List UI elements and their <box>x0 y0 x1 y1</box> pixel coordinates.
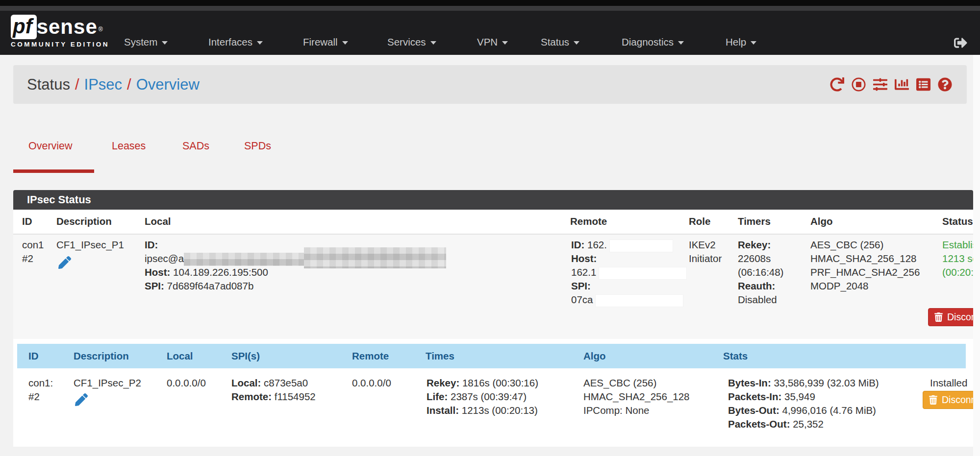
nav-firewall-label: Firewall <box>303 36 338 48</box>
child-header-remote: Remote <box>352 344 389 368</box>
trash-icon <box>934 312 943 322</box>
caret-down-icon <box>574 41 579 45</box>
redacted-box <box>599 267 686 279</box>
child-cell-spis: Local: c873e5a0 Remote: f1154952 <box>231 376 316 404</box>
help-icon[interactable] <box>938 77 952 92</box>
trash-icon <box>929 395 937 405</box>
nav-interfaces[interactable]: Interfaces <box>208 35 263 49</box>
window-top-bar <box>0 0 980 6</box>
child-header-stats: Stats <box>723 344 748 368</box>
caret-down-icon <box>342 41 348 45</box>
caret-down-icon <box>430 41 436 45</box>
breadcrumb-link-overview[interactable]: Overview <box>136 76 200 93</box>
child-header-spis: SPI(s) <box>231 344 260 368</box>
sign-out-icon[interactable] <box>954 36 967 49</box>
nav-system[interactable]: System <box>124 35 168 49</box>
ike-cell-timers: Rekey: 22608s (06:16:48) Reauth: Disable… <box>738 238 783 307</box>
breadcrumb-separator: / <box>122 76 136 93</box>
child-cell-id: con1: #2 <box>28 376 53 404</box>
ike-cell-id: con1 #2 <box>22 238 44 265</box>
ike-cell-status: Established 1213 seconds (00:20:13) <box>942 238 973 279</box>
caret-down-icon <box>257 41 263 45</box>
ike-cell-description: CF1_IPsec_P1 <box>56 238 124 252</box>
active-tab-indicator <box>13 169 94 173</box>
list-icon[interactable] <box>916 77 930 92</box>
breadcrumb-separator: / <box>70 76 84 93</box>
nav-services-label: Services <box>387 36 426 48</box>
nav-system-label: System <box>124 36 157 48</box>
col-header-description: Description <box>56 216 112 230</box>
logo-registered-mark: ® <box>99 20 103 39</box>
nav-firewall[interactable]: Firewall <box>303 35 348 49</box>
col-header-id: ID <box>22 216 32 230</box>
logo-edition: COMMUNITY EDITION <box>11 41 109 48</box>
col-header-remote: Remote <box>570 216 607 230</box>
pfsense-app: pfsense® COMMUNITY EDITION System Interf… <box>0 0 980 456</box>
caret-down-icon <box>162 41 168 45</box>
table-header-border <box>13 234 973 235</box>
child-cell-local: 0.0.0.0/0 <box>167 376 206 390</box>
child-cell-algo: AES_CBC (256) HMAC_SHA2_256_128 IPComp: … <box>583 376 690 417</box>
logo-pf: pf <box>11 15 37 39</box>
col-header-role: Role <box>689 216 710 230</box>
ike-cell-remote: ID: 162. Host: 162.1 SPI: 07ca <box>571 238 686 307</box>
ike-disconnect-button[interactable]: Disconnect <box>928 308 973 326</box>
pfsense-logo[interactable]: pfsense® COMMUNITY EDITION <box>11 15 109 48</box>
nav-diagnostics[interactable]: Diagnostics <box>622 35 684 49</box>
nav-interfaces-label: Interfaces <box>208 36 252 48</box>
page-content: Status/IPsec/Overview <box>0 55 973 456</box>
child-cell-times: Rekey: 1816s (00:30:16) Life: 2387s (00:… <box>427 376 538 417</box>
chart-bar-icon[interactable] <box>895 77 909 92</box>
ike-cell-role: IKEv2 Initiator <box>689 238 722 265</box>
nav-services[interactable]: Services <box>387 35 436 49</box>
col-header-algo: Algo <box>810 216 833 230</box>
child-header-description: Description <box>74 344 129 368</box>
child-cell-description: CF1_IPsec_P2 <box>74 376 141 390</box>
redacted-box <box>610 240 673 252</box>
nav-vpn-label: VPN <box>477 36 498 48</box>
sliders-icon[interactable] <box>873 77 887 92</box>
tab-leases[interactable]: Leases <box>112 140 146 155</box>
breadcrumb: Status/IPsec/Overview <box>13 65 967 104</box>
logo-sense: sense <box>37 15 98 39</box>
nav-help[interactable]: Help <box>726 35 756 49</box>
nav-status-label: Status <box>541 36 569 48</box>
breadcrumb-link-ipsec[interactable]: IPsec <box>84 76 123 93</box>
ike-cell-local: ID: ipsec@aJd Host: 104.189.226.195:500 … <box>145 238 321 293</box>
redacted-blur <box>304 247 446 268</box>
child-header-algo: Algo <box>583 344 606 368</box>
child-header-times: Times <box>426 344 454 368</box>
redacted-box <box>596 295 683 307</box>
stop-icon[interactable] <box>852 77 866 92</box>
caret-down-icon <box>678 41 684 45</box>
panel-title: IPsec Status <box>13 190 973 210</box>
breadcrumb-actions <box>830 65 952 104</box>
ike-cell-algo: AES_CBC (256) HMAC_SHA2_256_128 PRF_HMAC… <box>810 238 920 293</box>
col-header-timers: Timers <box>738 216 771 230</box>
child-cell-remote: 0.0.0.0/0 <box>352 376 391 390</box>
tab-overview[interactable]: Overview <box>28 140 73 155</box>
tab-spds[interactable]: SPDs <box>244 140 271 155</box>
window-sub-bar <box>0 6 980 11</box>
edit-pencil-icon[interactable] <box>58 256 71 269</box>
navbar: pfsense® COMMUNITY EDITION System Interf… <box>0 11 980 55</box>
child-cell-state: Installed <box>930 376 967 390</box>
breadcrumb-section: Status <box>27 76 70 93</box>
tab-sads[interactable]: SADs <box>182 140 209 155</box>
nav-help-label: Help <box>726 36 746 48</box>
caret-down-icon <box>502 41 508 45</box>
caret-down-icon <box>751 41 756 45</box>
child-disconnect-button[interactable]: Disconnect <box>923 391 973 409</box>
col-header-status: Status <box>942 216 973 230</box>
scrollbar-gutter[interactable] <box>973 55 980 456</box>
refresh-icon[interactable] <box>830 77 844 92</box>
child-table-header: ID Description Local SPI(s) Remote Times… <box>17 344 966 368</box>
child-header-id: ID <box>28 344 39 368</box>
redacted-blur <box>184 253 310 266</box>
nav-status[interactable]: Status <box>541 35 579 49</box>
edit-pencil-icon[interactable] <box>75 393 88 406</box>
col-header-local: Local <box>145 216 171 230</box>
child-cell-stats: Bytes-In: 33,586,939 (32.03 MiB) Packets… <box>728 376 879 431</box>
nav-vpn[interactable]: VPN <box>477 35 508 49</box>
nav-diagnostics-label: Diagnostics <box>622 36 674 48</box>
